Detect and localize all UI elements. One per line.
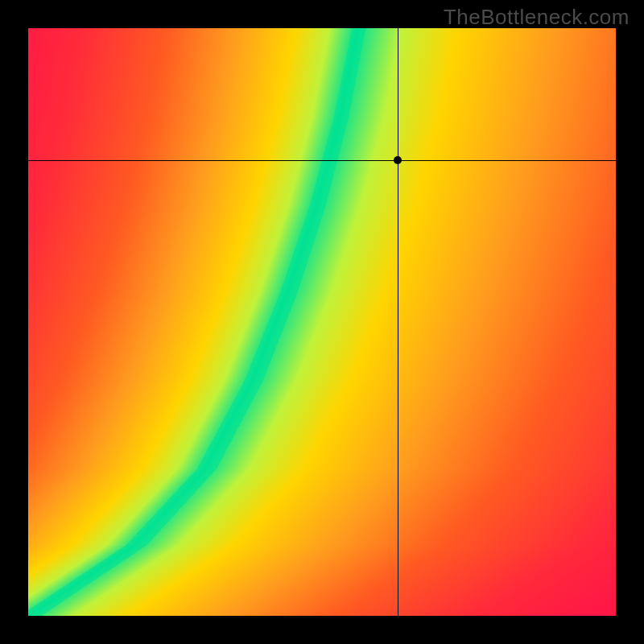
chart-container: TheBottleneck.com: [0, 0, 644, 644]
marker-dot: [394, 156, 402, 164]
plot-area: [28, 28, 616, 616]
watermark-text: TheBottleneck.com: [444, 5, 630, 30]
heatmap-canvas: [28, 28, 616, 616]
crosshair-vertical: [398, 28, 398, 616]
crosshair-horizontal: [28, 160, 616, 161]
